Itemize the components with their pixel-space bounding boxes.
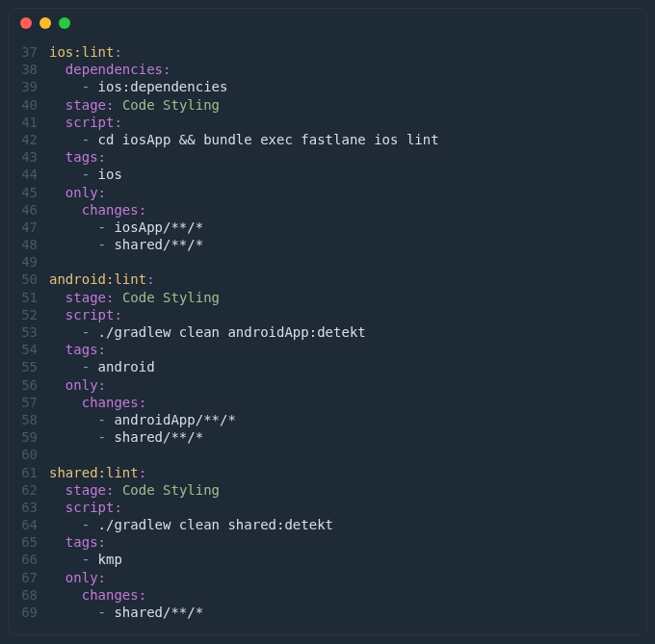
line-number: 43 xyxy=(9,148,49,166)
line-number: 37 xyxy=(9,43,49,61)
code-content: - cd iosApp && bundle exec fastlane ios … xyxy=(49,131,439,148)
code-content: ios:lint: xyxy=(49,43,122,61)
code-content: tags: xyxy=(49,341,106,358)
code-line: 40 stage: Code Styling xyxy=(9,96,646,114)
code-line: 57 changes: xyxy=(9,394,646,411)
code-line: 61shared:lint: xyxy=(9,464,646,481)
code-line: 49 xyxy=(9,253,646,270)
line-number: 49 xyxy=(9,253,49,270)
line-number: 62 xyxy=(9,481,49,499)
line-number: 50 xyxy=(9,270,49,288)
line-number: 54 xyxy=(9,341,49,358)
code-line: 44 - ios xyxy=(9,166,646,183)
code-line: 43 tags: xyxy=(9,148,646,166)
line-number: 58 xyxy=(9,411,49,428)
code-line: 46 changes: xyxy=(9,201,646,219)
code-line: 51 stage: Code Styling xyxy=(9,289,646,306)
editor-window: 37ios:lint:38 dependencies:39 - ios:depe… xyxy=(8,8,647,635)
code-content: - ios:dependencies xyxy=(49,78,227,95)
line-number: 41 xyxy=(9,114,49,131)
code-content: script: xyxy=(49,306,122,323)
code-content: - ./gradlew clean shared:detekt xyxy=(49,516,333,533)
code-line: 52 script: xyxy=(9,306,646,323)
code-content: tags: xyxy=(49,148,106,166)
line-number: 69 xyxy=(9,604,49,621)
line-number: 64 xyxy=(9,516,49,533)
code-content: - shared/**/* xyxy=(49,604,203,621)
code-line: 60 xyxy=(9,446,646,463)
minimize-icon[interactable] xyxy=(39,17,51,29)
code-line: 37ios:lint: xyxy=(9,43,646,61)
code-content: stage: Code Styling xyxy=(49,289,220,306)
code-content: only: xyxy=(49,376,106,394)
line-number: 42 xyxy=(9,131,49,148)
line-number: 39 xyxy=(9,78,49,95)
code-content: tags: xyxy=(49,533,106,551)
code-content: changes: xyxy=(49,394,146,411)
code-line: 63 script: xyxy=(9,499,646,516)
code-content: changes: xyxy=(49,201,146,219)
line-number: 46 xyxy=(9,201,49,219)
code-line: 41 script: xyxy=(9,114,646,131)
line-number: 60 xyxy=(9,446,49,463)
line-number: 52 xyxy=(9,306,49,323)
code-line: 48 - shared/**/* xyxy=(9,236,646,253)
code-line: 39 - ios:dependencies xyxy=(9,78,646,95)
code-content: script: xyxy=(49,499,122,516)
code-editor[interactable]: 37ios:lint:38 dependencies:39 - ios:depe… xyxy=(9,38,646,634)
line-number: 40 xyxy=(9,96,49,114)
line-number: 63 xyxy=(9,499,49,516)
code-line: 55 - android xyxy=(9,358,646,375)
code-content: shared:lint: xyxy=(49,464,146,481)
code-line: 38 dependencies: xyxy=(9,61,646,78)
code-content: - ios xyxy=(49,166,122,183)
code-content: only: xyxy=(49,184,106,201)
code-line: 54 tags: xyxy=(9,341,646,358)
line-number: 67 xyxy=(9,569,49,586)
code-content: dependencies: xyxy=(49,61,170,78)
line-number: 51 xyxy=(9,289,49,306)
code-line: 66 - kmp xyxy=(9,551,646,568)
code-content: android:lint: xyxy=(49,270,155,288)
line-number: 38 xyxy=(9,61,49,78)
line-number: 44 xyxy=(9,166,49,183)
line-number: 53 xyxy=(9,323,49,341)
titlebar xyxy=(9,9,646,38)
code-line: 68 changes: xyxy=(9,586,646,604)
line-number: 47 xyxy=(9,219,49,236)
code-content: changes: xyxy=(49,586,146,604)
code-content: only: xyxy=(49,569,106,586)
close-icon[interactable] xyxy=(20,17,32,29)
code-content: - kmp xyxy=(49,551,122,568)
code-line: 59 - shared/**/* xyxy=(9,428,646,446)
code-line: 64 - ./gradlew clean shared:detekt xyxy=(9,516,646,533)
code-content: - android xyxy=(49,358,155,375)
code-line: 42 - cd iosApp && bundle exec fastlane i… xyxy=(9,131,646,148)
line-number: 55 xyxy=(9,358,49,375)
line-number: 65 xyxy=(9,533,49,551)
line-number: 68 xyxy=(9,586,49,604)
code-content: - iosApp/**/* xyxy=(49,219,203,236)
code-line: 47 - iosApp/**/* xyxy=(9,219,646,236)
code-line: 45 only: xyxy=(9,184,646,201)
code-line: 50android:lint: xyxy=(9,270,646,288)
zoom-icon[interactable] xyxy=(59,17,70,29)
line-number: 48 xyxy=(9,236,49,253)
code-content: script: xyxy=(49,114,122,131)
line-number: 59 xyxy=(9,428,49,446)
line-number: 57 xyxy=(9,394,49,411)
code-line: 53 - ./gradlew clean androidApp:detekt xyxy=(9,323,646,341)
code-line: 67 only: xyxy=(9,569,646,586)
code-content: - ./gradlew clean androidApp:detekt xyxy=(49,323,366,341)
code-line: 69 - shared/**/* xyxy=(9,604,646,621)
code-content: - androidApp/**/* xyxy=(49,411,236,428)
line-number: 66 xyxy=(9,551,49,568)
code-content: stage: Code Styling xyxy=(49,96,220,114)
code-line: 58 - androidApp/**/* xyxy=(9,411,646,428)
code-content: - shared/**/* xyxy=(49,236,203,253)
line-number: 45 xyxy=(9,184,49,201)
code-line: 62 stage: Code Styling xyxy=(9,481,646,499)
code-line: 65 tags: xyxy=(9,533,646,551)
line-number: 56 xyxy=(9,376,49,394)
line-number: 61 xyxy=(9,464,49,481)
